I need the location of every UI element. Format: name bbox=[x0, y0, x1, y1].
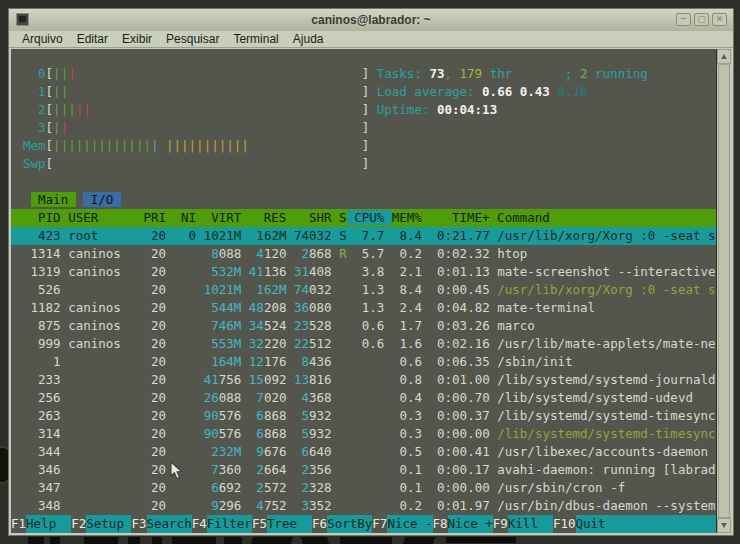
process-row-999[interactable]: 999 caninos 20 553M 32220 22512 0.6 1.6 … bbox=[11, 335, 716, 353]
cpu-cell: 0.6 bbox=[354, 336, 384, 351]
cpu-cell: 1.3 bbox=[354, 300, 384, 315]
ni-cell bbox=[174, 444, 197, 459]
ni-cell: 0 bbox=[174, 228, 197, 243]
fnkey-f5[interactable]: F5 bbox=[252, 515, 267, 533]
function-bar-filler bbox=[621, 515, 716, 533]
meter-bars-green: || bbox=[53, 66, 68, 81]
pid-cell: 1319 bbox=[23, 264, 61, 279]
process-row-423[interactable]: 423 root 20 0 1021M 162M 74032 S 7.7 8.4… bbox=[11, 227, 716, 245]
pri-cell: 20 bbox=[143, 426, 166, 441]
command-cell: avahi-daemon: running [labrador. bbox=[497, 462, 716, 477]
fnkey-f3[interactable]: F3 bbox=[131, 515, 146, 533]
fnaction-setup[interactable]: Setup bbox=[86, 515, 131, 533]
user-cell: caninos bbox=[68, 246, 136, 261]
command-cell: /lib/systemd/systemd-udevd bbox=[497, 390, 693, 405]
fnkey-f2[interactable]: F2 bbox=[71, 515, 86, 533]
menu-item-ajuda[interactable]: Ajuda bbox=[286, 32, 331, 46]
meter-bars-red: | bbox=[68, 66, 76, 81]
menu-item-editar[interactable]: Editar bbox=[70, 32, 115, 46]
cpu-cell: 7.7 bbox=[354, 228, 384, 243]
time-cell: 0:00.17 bbox=[430, 462, 490, 477]
fnkey-f9[interactable]: F9 bbox=[493, 515, 508, 533]
state-cell bbox=[339, 318, 347, 333]
process-row-1[interactable]: 1 20 164M 12176 8436 0.6 0:06.35 /sbin/i… bbox=[11, 353, 716, 371]
fnkey-f8[interactable]: F8 bbox=[433, 515, 448, 533]
mem-cell: 0.5 bbox=[392, 444, 422, 459]
command-cell: /usr/lib/xorg/Xorg :0 -seat seat bbox=[497, 228, 716, 243]
fnaction-sortby[interactable]: SortBy bbox=[327, 515, 372, 533]
window-title: caninos@labrador: ~ bbox=[9, 13, 733, 27]
process-row-1314[interactable]: 1314 caninos 20 8088 4120 2868 R 5.7 0.2… bbox=[11, 245, 716, 263]
fnaction-help[interactable]: Help bbox=[26, 515, 71, 533]
process-table-header[interactable]: PID USER PRI NI VIRT RES SHR S CPU% MEM%… bbox=[11, 209, 716, 227]
menu-item-terminal[interactable]: Terminal bbox=[226, 32, 285, 46]
command-cell: /usr/lib/mate-applets/mate-netsp bbox=[497, 336, 716, 351]
process-row-346[interactable]: 346 20 7360 2664 2356 0.1 0:00.17 avahi-… bbox=[11, 461, 716, 479]
fnkey-f4[interactable]: F4 bbox=[192, 515, 207, 533]
user-cell bbox=[68, 462, 136, 477]
scroll-up-button[interactable] bbox=[717, 49, 731, 64]
mem-cell: 0.2 bbox=[392, 498, 422, 513]
state-cell bbox=[339, 480, 347, 495]
tab-main[interactable]: Main bbox=[31, 192, 76, 207]
fnaction-nice[interactable]: Nice + bbox=[448, 515, 493, 533]
maximize-button[interactable]: ▢ bbox=[694, 13, 709, 26]
terminal-screen[interactable]: 0[||| ] Tasks: 73, 179 thr ; 2 running 1… bbox=[11, 49, 716, 533]
process-row-1319[interactable]: 1319 caninos 20 532M 41136 31408 3.8 2.1… bbox=[11, 263, 716, 281]
state-cell bbox=[339, 462, 347, 477]
titlebar[interactable]: caninos@labrador: ~ ─ ▢ ✕ bbox=[9, 9, 733, 31]
fnaction-quit[interactable]: Quit bbox=[576, 515, 621, 533]
meter-open-bracket: [ bbox=[46, 120, 54, 135]
fnaction-tree[interactable]: Tree bbox=[267, 515, 312, 533]
process-row-256[interactable]: 256 20 26088 7020 4368 0.4 0:00.70 /lib/… bbox=[11, 389, 716, 407]
minimize-button[interactable]: ─ bbox=[676, 13, 691, 26]
meter-bars-yellow: ||||||||||| bbox=[166, 138, 249, 153]
menu-item-arquivo[interactable]: Arquivo bbox=[15, 32, 70, 46]
summary-uptime: Uptime: bbox=[377, 102, 437, 117]
cpu-cell: 1.3 bbox=[354, 282, 384, 297]
fnkey-f6[interactable]: F6 bbox=[312, 515, 327, 533]
process-row-1182[interactable]: 1182 caninos 20 544M 48208 36080 1.3 2.4… bbox=[11, 299, 716, 317]
process-row-263[interactable]: 263 20 90576 6868 5932 0.3 0:00.37 /lib/… bbox=[11, 407, 716, 425]
user-cell bbox=[68, 480, 136, 495]
menu-item-pesquisar[interactable]: Pesquisar bbox=[159, 32, 226, 46]
fnaction-search[interactable]: Search bbox=[147, 515, 192, 533]
process-row-314[interactable]: 314 20 90576 6868 5932 0.3 0:00.00 /lib/… bbox=[11, 425, 716, 443]
process-row-347[interactable]: 347 20 6692 2572 2328 0.1 0:00.00 /usr/s… bbox=[11, 479, 716, 497]
process-row-526[interactable]: 526 20 1021M 162M 74032 1.3 8.4 0:00.45 … bbox=[11, 281, 716, 299]
sort-column-cpu[interactable]: CPU% bbox=[347, 210, 392, 225]
time-cell: 0:00.00 bbox=[430, 426, 490, 441]
user-cell bbox=[68, 390, 136, 405]
menu-item-exibir[interactable]: Exibir bbox=[115, 32, 159, 46]
time-cell: 0:06.35 bbox=[430, 354, 490, 369]
scrollbar-thumb[interactable] bbox=[718, 64, 730, 518]
summary-load: 0.18 bbox=[557, 84, 587, 99]
process-row-233[interactable]: 233 20 41756 15092 13816 0.8 0:01.00 /li… bbox=[11, 371, 716, 389]
pid-cell: 263 bbox=[23, 408, 61, 423]
time-cell: 0:00.45 bbox=[430, 282, 490, 297]
state-cell bbox=[339, 426, 347, 441]
process-row-875[interactable]: 875 caninos 20 746M 34524 23528 0.6 1.7 … bbox=[11, 317, 716, 335]
scroll-down-button[interactable] bbox=[717, 518, 731, 533]
fnkey-f7[interactable]: F7 bbox=[372, 515, 387, 533]
cpu-meter-label: 3 bbox=[23, 120, 46, 135]
mem-cell: 8.4 bbox=[392, 228, 422, 243]
time-cell: 0:00.41 bbox=[430, 444, 490, 459]
user-cell: caninos bbox=[68, 300, 136, 315]
close-button[interactable]: ✕ bbox=[712, 13, 727, 26]
pri-cell: 20 bbox=[143, 282, 166, 297]
summary-tasks: , bbox=[445, 66, 453, 81]
fnaction-kill[interactable]: Kill bbox=[508, 515, 553, 533]
desktop: { "window": { "title": "caninos@labrador… bbox=[0, 0, 740, 544]
process-row-348[interactable]: 348 20 9296 4752 3352 0.2 0:01.97 /usr/b… bbox=[11, 497, 716, 515]
fnaction-filter[interactable]: Filter bbox=[207, 515, 252, 533]
fnkey-f10[interactable]: F10 bbox=[553, 515, 576, 533]
pid-cell: 233 bbox=[23, 372, 61, 387]
blank-line bbox=[11, 173, 716, 191]
process-row-344[interactable]: 344 20 232M 9676 6640 0.5 0:00.41 /usr/l… bbox=[11, 443, 716, 461]
scrollbar[interactable] bbox=[716, 49, 731, 533]
tab-io[interactable]: I/O bbox=[83, 192, 121, 207]
fnaction-nice[interactable]: Nice - bbox=[387, 515, 432, 533]
fnkey-f1[interactable]: F1 bbox=[11, 515, 26, 533]
summary-tasks: 2 bbox=[580, 66, 588, 81]
